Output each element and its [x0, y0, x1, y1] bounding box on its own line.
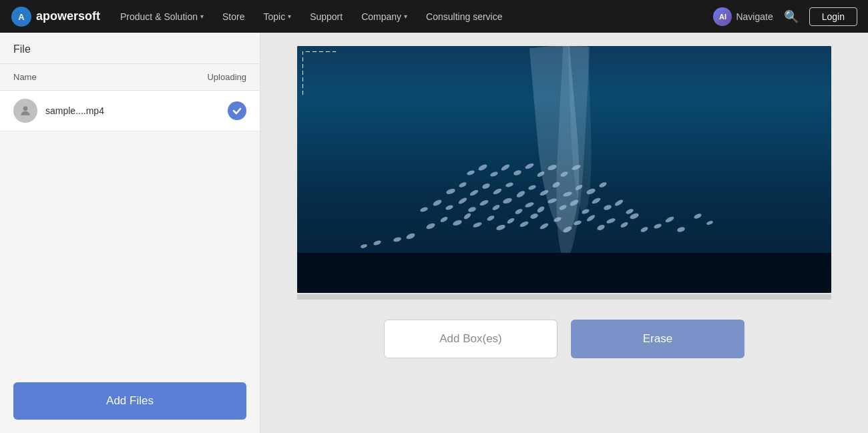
erase-button[interactable]: Erase — [571, 320, 744, 358]
ai-badge-text: AI — [719, 13, 726, 21]
ai-badge: AI — [713, 7, 732, 26]
nav-label-company: Company — [361, 11, 401, 22]
svg-point-4 — [439, 215, 448, 223]
svg-point-51 — [552, 181, 561, 189]
svg-point-73 — [693, 213, 702, 220]
bottom-buttons: Add Box(es) Erase — [297, 320, 831, 358]
chevron-down-icon-2: ▾ — [288, 13, 291, 20]
svg-point-31 — [514, 208, 523, 215]
svg-point-58 — [489, 171, 498, 177]
nav-item-company[interactable]: Company ▾ — [352, 0, 417, 33]
svg-point-8 — [486, 215, 495, 222]
upload-complete-badge — [228, 101, 246, 120]
svg-point-52 — [562, 191, 572, 197]
svg-point-33 — [536, 205, 546, 214]
svg-point-13 — [539, 222, 549, 230]
svg-point-6 — [463, 212, 471, 220]
svg-point-46 — [492, 187, 502, 195]
svg-point-38 — [591, 197, 601, 205]
svg-point-48 — [515, 189, 526, 198]
svg-point-53 — [574, 183, 583, 191]
svg-point-3 — [425, 222, 436, 230]
nav-item-product[interactable]: Product & Solution ▾ — [111, 0, 213, 33]
add-boxes-button[interactable]: Add Box(es) — [384, 320, 558, 358]
svg-point-24 — [432, 199, 443, 207]
table-header: Name Uploading — [0, 64, 260, 91]
nav-item-store[interactable]: Store — [213, 0, 254, 33]
nav-item-topic[interactable]: Topic ▾ — [254, 0, 300, 33]
svg-point-68 — [653, 223, 662, 230]
svg-point-66 — [393, 237, 401, 243]
svg-point-59 — [500, 163, 510, 172]
svg-point-22 — [640, 226, 648, 234]
svg-point-42 — [445, 188, 455, 195]
logo-text: apowersoft — [36, 9, 100, 23]
svg-point-49 — [527, 184, 536, 191]
svg-point-63 — [547, 163, 558, 171]
svg-point-41 — [625, 208, 634, 215]
svg-point-32 — [524, 201, 534, 209]
file-name: sample....mp4 — [45, 105, 228, 116]
fish-school-svg — [297, 93, 831, 266]
name-column-header: Name — [13, 72, 37, 82]
svg-point-28 — [479, 199, 489, 206]
nav-label-support: Support — [310, 11, 343, 22]
svg-point-50 — [539, 189, 549, 196]
svg-point-34 — [547, 197, 557, 204]
logo-icon: A — [11, 6, 32, 27]
svg-point-44 — [469, 189, 479, 197]
svg-point-2 — [23, 106, 28, 111]
svg-point-54 — [586, 187, 596, 195]
login-button[interactable]: Login — [809, 7, 857, 26]
nav-label-store: Store — [222, 11, 244, 22]
svg-point-62 — [536, 170, 545, 177]
svg-point-29 — [491, 203, 500, 211]
svg-point-72 — [373, 240, 381, 246]
svg-point-12 — [529, 213, 539, 220]
right-content: Add Box(es) Erase — [260, 33, 868, 433]
uploading-column-header: Uploading — [207, 72, 246, 82]
svg-point-15 — [562, 226, 573, 234]
nav-item-consulting[interactable]: Consulting service — [417, 0, 511, 33]
navigate-label[interactable]: Navigate — [736, 11, 773, 22]
svg-point-60 — [513, 169, 522, 176]
svg-point-36 — [569, 198, 580, 207]
svg-point-7 — [472, 222, 482, 229]
video-scrubber-bar[interactable] — [297, 294, 831, 300]
svg-point-27 — [467, 206, 477, 213]
svg-point-55 — [598, 181, 607, 189]
main-content: File Name Uploading sample....mp4 Add Fi… — [0, 33, 868, 433]
fish-group — [360, 162, 713, 249]
svg-point-14 — [553, 216, 562, 223]
nav-label-product: Product & Solution — [120, 11, 198, 22]
svg-point-9 — [495, 224, 505, 232]
add-files-button[interactable]: Add Files — [13, 382, 246, 420]
svg-point-21 — [629, 212, 640, 220]
svg-point-43 — [458, 181, 467, 189]
svg-point-47 — [505, 181, 513, 187]
svg-point-70 — [676, 226, 686, 233]
svg-text:A: A — [18, 12, 25, 22]
svg-point-40 — [614, 199, 624, 207]
nav-label-topic: Topic — [263, 11, 285, 22]
underwater-bottom — [297, 253, 831, 293]
search-icon[interactable]: 🔍 — [784, 9, 799, 24]
chevron-down-icon-3: ▾ — [404, 13, 407, 20]
svg-point-61 — [524, 162, 534, 169]
svg-point-57 — [477, 163, 488, 172]
svg-point-56 — [466, 169, 475, 176]
file-item[interactable]: sample....mp4 — [0, 91, 260, 131]
nav-item-support[interactable]: Support — [300, 0, 352, 33]
logo-link[interactable]: A apowersoft — [11, 6, 100, 27]
svg-point-19 — [606, 218, 616, 224]
svg-point-26 — [457, 197, 467, 205]
svg-point-30 — [502, 197, 513, 204]
svg-point-37 — [581, 208, 590, 215]
sidebar-bottom: Add Files — [0, 369, 260, 433]
video-preview — [297, 46, 831, 293]
svg-point-67 — [405, 232, 416, 240]
svg-point-17 — [586, 214, 596, 223]
svg-point-18 — [596, 224, 606, 231]
svg-point-5 — [452, 219, 463, 226]
avatar — [13, 99, 37, 123]
